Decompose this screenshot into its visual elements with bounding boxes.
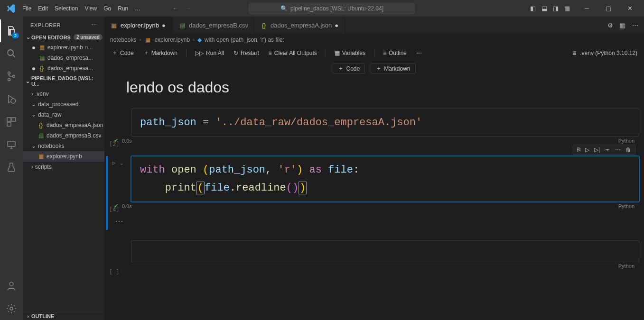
kernel-picker[interactable]: 🖥 .venv (Python 3.10.12) xyxy=(571,50,640,56)
notebook-file-icon: ▦ xyxy=(37,153,45,160)
json-file-icon: {} xyxy=(38,64,46,72)
run-all-button[interactable]: ▷▷Run All xyxy=(191,48,228,58)
menu-edit[interactable]: Edit xyxy=(35,5,51,12)
chevron-right-icon: › xyxy=(25,313,31,319)
activity-accounts[interactable] xyxy=(0,274,23,297)
titlebar: File Edit Selection View Go Run … ← → 🔍 … xyxy=(0,0,644,17)
delete-cell-icon[interactable]: 🗑 xyxy=(625,146,631,153)
add-code-button[interactable]: ＋Code xyxy=(108,47,138,58)
variables-icon: ▦ xyxy=(335,50,340,56)
code-cell[interactable]: ▷ ⌄ ⎘ ▷ ▷| ⫟ ⋯ 🗑 with open (path_json, '… xyxy=(109,156,639,211)
menu-go[interactable]: Go xyxy=(100,5,114,12)
open-editor-item[interactable]: ▤ dados_empresa... xyxy=(23,53,104,63)
folder-venv[interactable]: ›.venv xyxy=(23,89,104,99)
window-minimize-button[interactable]: ─ xyxy=(576,0,597,17)
code-editor[interactable] xyxy=(131,241,639,262)
menu-run[interactable]: Run xyxy=(114,5,131,12)
folder-data-processed[interactable]: ⌄data_processed xyxy=(23,99,104,110)
tab-dados-empresab-csv[interactable]: ▤ dados_empresaB.csv xyxy=(173,17,254,34)
open-editor-item[interactable]: ● {} dados_empresa... xyxy=(23,63,104,73)
menu-view[interactable]: View xyxy=(81,5,100,12)
cell-toolbar: ⎘ ▷ ▷| ⫟ ⋯ 🗑 xyxy=(573,145,635,155)
tab-dados-empresaa-json[interactable]: {} dados_empresaA.json ● xyxy=(254,17,345,34)
nav-forward-icon[interactable]: → xyxy=(185,5,191,12)
svg-point-4 xyxy=(13,75,15,78)
cell-language[interactable]: Python xyxy=(618,263,635,269)
dirty-dot-icon: ● xyxy=(31,64,36,72)
activity-search[interactable] xyxy=(0,42,23,65)
folder-scripts[interactable]: ›scripts xyxy=(23,162,104,172)
dirty-dot-icon: ● xyxy=(162,22,167,29)
execute-above-icon[interactable]: ▷| xyxy=(594,146,600,153)
execution-count: [ ] xyxy=(109,269,120,275)
layout-primary-icon[interactable]: ◧ xyxy=(530,5,536,12)
collapsed-indicator[interactable]: ⋯ xyxy=(104,214,644,228)
activity-explorer[interactable]: 2 xyxy=(0,19,23,42)
file-dados-empresab-csv[interactable]: ▤dados_empresaB.csv xyxy=(23,130,104,141)
layout-secondary-icon[interactable]: ◨ xyxy=(553,5,559,12)
insert-markdown-button[interactable]: ＋Markdown xyxy=(371,63,415,74)
more-actions-icon[interactable]: ⋯ xyxy=(632,22,638,29)
workspace-section[interactable]: ⌄ PIPELINE_DADOS [WSL: U... xyxy=(23,74,104,88)
notebook-file-icon: ▦ xyxy=(38,44,46,51)
code-cell[interactable]: path_json = '../data_raw/dados_empresaA.… xyxy=(109,109,639,146)
menu-selection[interactable]: Selection xyxy=(51,5,81,12)
run-by-line-icon[interactable]: ⎘ xyxy=(577,146,580,153)
explorer-badge: 2 xyxy=(12,33,19,38)
activity-testing[interactable] xyxy=(0,156,23,179)
chevron-down-icon: ⌄ xyxy=(25,78,31,84)
layout-panel-icon[interactable]: ⬓ xyxy=(541,5,547,12)
file-dados-empresaa-json[interactable]: {}dados_empresaA.json xyxy=(23,120,104,130)
activity-extensions[interactable] xyxy=(0,110,23,133)
execution-count: [4] xyxy=(109,206,120,213)
json-file-icon: {} xyxy=(37,121,45,129)
activity-settings[interactable] xyxy=(0,297,23,320)
svg-rect-6 xyxy=(7,118,11,121)
more-cell-icon[interactable]: ⋯ xyxy=(615,146,621,153)
code-editor[interactable]: path_json = '../data_raw/dados_empresaA.… xyxy=(131,109,639,136)
file-explorer-ipynb[interactable]: ▦explorer.ipynb xyxy=(23,151,104,162)
open-editors-section[interactable]: ⌄ OPEN EDITORS 2 unsaved xyxy=(23,33,104,41)
activity-remote[interactable] xyxy=(0,133,23,156)
restart-button[interactable]: ↻Restart xyxy=(230,48,263,58)
command-center[interactable]: 🔍 pipeline_dados [WSL: Ubuntu-22.04] xyxy=(249,3,415,14)
tab-explorer-ipynb[interactable]: ▦ explorer.ipynb ● xyxy=(104,17,173,34)
sidebar-more-icon[interactable]: ⋯ xyxy=(92,22,97,28)
variables-button[interactable]: ▦Variables xyxy=(331,48,369,58)
nav-back-icon[interactable]: ← xyxy=(172,5,178,12)
menu-file[interactable]: File xyxy=(19,5,35,12)
outline-button[interactable]: ≡Outline xyxy=(379,48,411,58)
svg-point-0 xyxy=(8,50,13,55)
chevron-down-icon[interactable]: ⌄ xyxy=(120,160,123,165)
activity-run-debug[interactable] xyxy=(0,88,23,110)
cell-language[interactable]: Python xyxy=(618,138,635,144)
window-maximize-button[interactable]: ▢ xyxy=(597,0,619,17)
toolbar-more-button[interactable]: ⋯ xyxy=(412,48,426,58)
run-cell-button[interactable]: ▷ xyxy=(112,160,116,166)
window-close-button[interactable]: ✕ xyxy=(619,0,641,17)
open-editor-item[interactable]: ● ▦ explorer.ipynb n... xyxy=(23,42,104,53)
activity-source-control[interactable] xyxy=(0,65,23,88)
clear-outputs-button[interactable]: ≡Clear All Outputs xyxy=(265,48,321,58)
code-editor[interactable]: with open (path_json, 'r') as file: prin… xyxy=(131,156,639,201)
folder-notebooks[interactable]: ⌄notebooks xyxy=(23,141,104,151)
cell-language[interactable]: Python xyxy=(618,203,635,209)
insert-code-button[interactable]: ＋Code xyxy=(333,63,365,74)
split-editor-icon[interactable]: ▥ xyxy=(620,22,625,29)
outline-section[interactable]: › OUTLINE xyxy=(23,312,104,320)
folder-data-raw[interactable]: ⌄data_raw xyxy=(23,110,104,120)
vscode-logo-icon xyxy=(6,3,16,14)
run-all-icon: ▷▷ xyxy=(195,50,204,56)
breadcrumbs[interactable]: notebooks› ▦ explorer.ipynb› ◆ with open… xyxy=(104,34,644,46)
split-cell-icon[interactable]: ⫟ xyxy=(605,146,610,153)
add-markdown-button[interactable]: ＋Markdown xyxy=(140,47,181,58)
execute-cell-icon[interactable]: ▷ xyxy=(585,146,589,153)
notebook-diff-icon[interactable]: ⚙ xyxy=(607,22,613,29)
editor-area: ▦ explorer.ipynb ● ▤ dados_empresaB.csv … xyxy=(104,17,644,320)
menu-more[interactable]: … xyxy=(131,5,144,12)
markdown-cell[interactable]: lendo os dados xyxy=(104,76,644,106)
layout-customize-icon[interactable]: ▦ xyxy=(564,5,570,12)
svg-point-2 xyxy=(8,72,10,74)
code-cell[interactable]: [ ] Python xyxy=(109,240,639,271)
restart-icon: ↻ xyxy=(233,50,238,56)
